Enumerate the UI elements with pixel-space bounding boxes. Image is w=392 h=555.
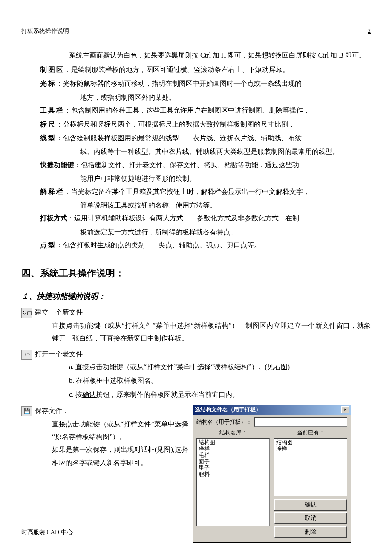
definition-term: 光标 — [40, 77, 56, 90]
shortcut-title: 打开一个老文件： — [35, 348, 371, 361]
shortcut-title: 保存文件： — [35, 405, 188, 417]
list-item[interactable]: 里子 — [199, 465, 268, 471]
definition-item: ·解释栏：当光标定留在某个工具箱及其它按钮上时，解释栏会显示出一行中文解释文字， — [34, 185, 371, 198]
bullet-mark: · — [34, 118, 40, 131]
definition-item: ·工具栏：包含制图用的各种工具．这些工具允许用户在制图区中进行制图、删除等操作． — [34, 104, 371, 117]
structure-name-input[interactable] — [254, 417, 347, 427]
definition-text-cont: 简单说明该工具或按钮的名称、使用方法等。 — [80, 199, 371, 212]
list-item[interactable]: 净样 — [199, 446, 268, 452]
current-label: 当前已有： — [274, 429, 347, 436]
current-listbox[interactable]: 结构图净样 — [274, 438, 347, 496]
header-title: 打板系统操作说明 — [21, 26, 69, 37]
open-file-icon: 🗁 — [21, 350, 32, 360]
close-icon[interactable]: × — [341, 406, 349, 413]
dialog-titlebar: 选结构文件名（用于打板） × — [193, 405, 351, 415]
save-dialog: 选结构文件名（用于打板） × 结构名（用于打板）： 结构名库： 结构图净样毛样面… — [193, 405, 351, 543]
definition-text: ：是绘制服装样板的地方，图区可通过横、竖滚动条左右上、下滚动屏幕。 — [64, 64, 371, 76]
list-item[interactable]: 净样 — [276, 446, 345, 452]
definition-text: ：运用计算机辅助样板设计有两大方式——参数化方式及非参数化方式．在制 — [67, 212, 371, 225]
page-footer: 时高服装 CAD 中心 — [21, 524, 371, 538]
definition-list: ·制图区：是绘制服装样板的地方，图区可通过横、竖滚动条左右上、下滚动屏幕。·光标… — [34, 64, 371, 251]
shortcut-body: 直接点击功能键（或从“打样文件”菜单中选择“新样板结构”），制图区内立即建立一个… — [52, 319, 371, 345]
dialog-title-text: 选结构文件名（用于打板） — [195, 406, 261, 413]
definition-text-cont: 线、内线等十一种线型。其中衣片线、辅助线两大类线型是服装制图的最常用的线型。 — [80, 145, 371, 158]
footer-text: 时高服装 CAD 中心 — [21, 529, 73, 535]
bullet-mark: · — [34, 64, 40, 76]
definition-term: 点型 — [40, 239, 56, 251]
bullet-mark: · — [34, 239, 40, 251]
definition-term: 标尺 — [40, 118, 56, 131]
intro-paragraph: 系统主画面默认为白色，如果要选黑屏则按 Ctrl 加 H 即可，如果想转换回白屏… — [55, 49, 371, 62]
list-item[interactable]: 面子 — [199, 459, 268, 465]
underline-confirm: 确认 — [82, 391, 96, 398]
definition-item: ·光标：光标随鼠标器的移动而移动，指明在制图区中开始画图时一个点或一条线出现的 — [34, 77, 371, 90]
abc-list: a. 直接点击功能键（或从“打样文件”菜单中选择“读样板结构”）。(见右图) b… — [69, 361, 371, 401]
list-item[interactable]: 结构图 — [276, 439, 345, 446]
definition-item: ·点型：包含打板时生成的点的类别——尖点、辅助点、弧点、剪口点等。 — [34, 239, 371, 251]
header-rule — [21, 40, 371, 40]
shortcut-title: 建立一个新文件： — [35, 306, 371, 319]
new-file-icon: ↻▢ — [21, 308, 32, 318]
definition-item: ·快捷功能键：包括建新文件、打开老文件、保存文件、拷贝、粘贴等功能．通过这些功 — [34, 159, 371, 171]
definition-term: 打板方式 — [40, 212, 67, 225]
abc-item: a. 直接点击功能键（或从“打样文件”菜单中选择“读样板结构”）。(见右图) — [69, 361, 371, 373]
save-file-icon: 💾 — [21, 406, 32, 416]
definition-text: ：包括建新文件、打开老文件、保存文件、拷贝、粘贴等功能．通过这些功 — [74, 159, 371, 171]
definition-text: ：包含绘制服装样板图用的最常规的线型——衣片线、连折衣片线、辅助线、布纹 — [56, 132, 371, 145]
shortcut-item-open: 🗁 打开一个老文件： a. 直接点击功能键（或从“打样文件”菜单中选择“读样板结… — [21, 348, 371, 402]
shortcut-item-new: ↻▢ 建立一个新文件： 直接点击功能键（或从“打样文件”菜单中选择“新样板结构”… — [21, 306, 371, 345]
bullet-mark: · — [34, 77, 40, 90]
definition-term: 制图区 — [40, 64, 64, 76]
header-page-number: 2 — [368, 26, 371, 37]
shortcut-body: 如果是第一次保存，则出现对话框(见图),选择相应的名字或键入新名字即可。 — [52, 443, 188, 469]
section-heading: 四、系统工具操作说明： — [21, 264, 371, 282]
definition-item: ·打板方式：运用计算机辅助样板设计有两大方式——参数化方式及非参数化方式．在制 — [34, 212, 371, 225]
abc-item: b. 在样板框中选取样板图名。 — [69, 374, 371, 387]
bullet-mark: · — [34, 159, 40, 171]
list-item[interactable]: 毛样 — [199, 452, 268, 459]
list-item[interactable]: 胆料 — [199, 471, 268, 478]
shortcut-item-save: 💾 保存文件： 直接点击功能键（或从“打样文件”菜单中选择“原名存样板结构图”）… — [21, 405, 371, 543]
shortcut-body: 直接点击功能键（或从“打样文件”菜单中选择“原名存样板结构图”）。 — [52, 418, 188, 444]
subsection-heading: １、快捷功能键的说明： — [21, 289, 371, 304]
page-header: 打板系统操作说明 2 — [21, 26, 371, 38]
abc-item: c. 按确认按钮，原来制作的样板图就显示在当前窗口内。 — [69, 388, 371, 401]
definition-text-cont: 板前选定某一方式进行，所制得的板样就各有特点。 — [80, 226, 371, 239]
library-label: 结构名库： — [196, 429, 270, 436]
bullet-mark: · — [34, 104, 40, 117]
ok-button[interactable]: 确认 — [274, 499, 347, 511]
bullet-mark: · — [34, 132, 40, 145]
definition-text: ：分横标尺和竖标尺两个，可根据标尺上的数据大致控制样板制图的尺寸比例． — [56, 118, 371, 131]
bullet-mark: · — [34, 185, 40, 198]
definition-text: ：当光标定留在某个工具箱及其它按钮上时，解释栏会显示出一行中文解释文字， — [64, 185, 371, 198]
definition-term: 工具栏 — [40, 104, 64, 117]
abc-text: 在样板框中选取样板图名。 — [76, 377, 158, 384]
definition-text-cont: 地方，或指明制图区外的某处。 — [80, 91, 371, 104]
bullet-mark: · — [34, 212, 40, 225]
list-item[interactable]: 结构图 — [199, 439, 268, 446]
abc-text: 直接点击功能键（或从“打样文件”菜单中选择“读样板结构”）。(见右图) — [75, 363, 290, 370]
definition-term: 快捷功能键 — [40, 159, 74, 171]
definition-term: 解释栏 — [40, 185, 64, 198]
definition-text-cont: 能用户可非常便捷地进行图形的绘制。 — [80, 172, 371, 185]
definition-item: ·制图区：是绘制服装样板的地方，图区可通过横、竖滚动条左右上、下滚动屏幕。 — [34, 64, 371, 76]
definition-item: ·线型：包含绘制服装样板图用的最常规的线型——衣片线、连折衣片线、辅助线、布纹 — [34, 132, 371, 145]
definition-text: ：光标随鼠标器的移动而移动，指明在制图区中开始画图时一个点或一条线出现的 — [56, 77, 371, 90]
library-listbox[interactable]: 结构图净样毛样面子里子胆料 — [196, 438, 270, 526]
definition-term: 线型 — [40, 132, 56, 145]
definition-text: ：包含制图用的各种工具．这些工具允许用户在制图区中进行制图、删除等操作． — [64, 104, 371, 117]
definition-item: ·标尺：分横标尺和竖标尺两个，可根据标尺上的数据大致控制样板制图的尺寸比例． — [34, 118, 371, 131]
cancel-button[interactable]: 取消 — [274, 512, 347, 524]
field-label: 结构名（用于打板）： — [196, 419, 252, 426]
definition-text: ：包含打板时生成的点的类别——尖点、辅助点、弧点、剪口点等。 — [56, 239, 371, 251]
